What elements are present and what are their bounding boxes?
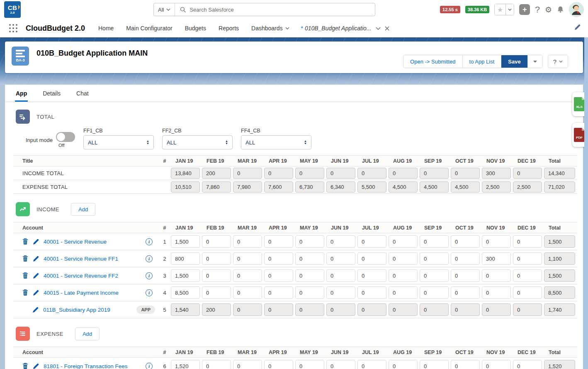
- expense-add-button[interactable]: Add: [75, 327, 100, 340]
- month-value-cell[interactable]: [326, 235, 355, 248]
- open-submitted-button[interactable]: Open -> Submitted: [403, 55, 462, 68]
- month-value-cell[interactable]: [389, 269, 418, 282]
- month-value-cell[interactable]: [420, 360, 449, 369]
- month-value-cell[interactable]: [357, 360, 386, 369]
- active-record-tab[interactable]: * 010B_Budget Applicatio...: [301, 25, 389, 32]
- month-value-cell[interactable]: [326, 360, 355, 369]
- month-value-cell[interactable]: [482, 235, 511, 248]
- add-global-button[interactable]: +: [519, 4, 530, 15]
- input-mode-toggle[interactable]: [56, 132, 75, 142]
- info-icon[interactable]: i: [146, 272, 153, 279]
- month-value-cell[interactable]: [389, 286, 418, 299]
- month-value-cell[interactable]: [326, 252, 355, 265]
- month-value-cell[interactable]: [420, 235, 449, 248]
- account-link[interactable]: 40001 - Service Revenue: [44, 239, 107, 245]
- month-value-cell[interactable]: [171, 286, 200, 299]
- edit-icon[interactable]: [33, 256, 39, 262]
- month-value-cell[interactable]: [264, 286, 293, 299]
- info-icon[interactable]: i: [146, 238, 153, 245]
- save-button[interactable]: Save: [501, 55, 527, 68]
- edit-icon[interactable]: [33, 290, 39, 296]
- month-value-cell[interactable]: [295, 235, 324, 248]
- to-app-list-button[interactable]: to App List: [463, 55, 502, 68]
- month-value-cell[interactable]: [451, 269, 480, 282]
- month-value-cell[interactable]: [295, 360, 324, 369]
- month-value-cell[interactable]: [264, 252, 293, 265]
- month-value-cell[interactable]: [233, 269, 262, 282]
- account-link[interactable]: 40015 - Late Payment Income: [44, 290, 119, 296]
- delete-icon[interactable]: [22, 289, 28, 296]
- delete-icon[interactable]: [22, 255, 28, 262]
- save-more-dropdown-button[interactable]: [528, 55, 542, 68]
- month-value-cell[interactable]: [513, 360, 542, 369]
- month-value-cell[interactable]: [264, 235, 293, 248]
- delete-icon[interactable]: [22, 238, 28, 245]
- edit-icon[interactable]: [33, 273, 39, 279]
- account-link[interactable]: 40001 - Service Revenue FF1: [44, 256, 118, 262]
- account-link[interactable]: 40001 - Service Revenue FF2: [44, 273, 118, 279]
- nav-item-reports[interactable]: Reports: [219, 25, 239, 32]
- month-value-cell[interactable]: [451, 286, 480, 299]
- month-value-cell[interactable]: [202, 252, 231, 265]
- account-link[interactable]: 81801 - Foreign Transaction Fees: [44, 363, 128, 369]
- month-value-cell[interactable]: [482, 286, 511, 299]
- month-value-cell[interactable]: [420, 269, 449, 282]
- delete-icon[interactable]: [22, 272, 28, 279]
- edit-icon[interactable]: [33, 363, 39, 369]
- income-add-button[interactable]: Add: [71, 203, 95, 216]
- month-value-cell[interactable]: [202, 360, 231, 369]
- filter-ff2-select[interactable]: ALL ▲▼: [162, 135, 233, 149]
- month-value-cell[interactable]: [171, 252, 200, 265]
- tab-details[interactable]: Details: [42, 90, 61, 102]
- month-value-cell[interactable]: [357, 269, 386, 282]
- month-value-cell[interactable]: [202, 235, 231, 248]
- month-value-cell[interactable]: [171, 269, 200, 282]
- nav-item-dashboards[interactable]: Dashboards: [251, 25, 289, 32]
- favorite-star-button[interactable]: ★: [495, 4, 505, 15]
- month-value-cell[interactable]: [171, 360, 200, 369]
- month-value-cell[interactable]: [233, 235, 262, 248]
- delete-icon[interactable]: [22, 363, 28, 369]
- help-icon[interactable]: ?: [535, 5, 540, 15]
- month-value-cell[interactable]: [295, 252, 324, 265]
- month-value-cell[interactable]: [389, 252, 418, 265]
- month-value-cell[interactable]: [513, 235, 542, 248]
- month-value-cell[interactable]: [513, 269, 542, 282]
- month-value-cell[interactable]: [233, 286, 262, 299]
- vertical-scrollbar[interactable]: [584, 37, 588, 369]
- month-value-cell[interactable]: [295, 269, 324, 282]
- month-value-cell[interactable]: [389, 235, 418, 248]
- month-value-cell[interactable]: [420, 252, 449, 265]
- info-icon[interactable]: i: [146, 255, 153, 262]
- month-value-cell[interactable]: [451, 360, 480, 369]
- month-value-cell[interactable]: [451, 252, 480, 265]
- month-value-cell[interactable]: [233, 252, 262, 265]
- month-value-cell[interactable]: [326, 269, 355, 282]
- nav-item-home[interactable]: Home: [98, 25, 114, 32]
- info-icon[interactable]: i: [146, 289, 153, 296]
- month-value-cell[interactable]: [513, 252, 542, 265]
- filter-ff4-select[interactable]: ALL ▲▼: [241, 135, 311, 149]
- month-value-cell[interactable]: [233, 360, 262, 369]
- user-avatar[interactable]: [569, 2, 584, 17]
- month-value-cell[interactable]: [357, 286, 386, 299]
- month-value-cell[interactable]: [357, 252, 386, 265]
- chevron-down-icon[interactable]: [376, 27, 381, 30]
- month-value-cell[interactable]: [202, 269, 231, 282]
- month-value-cell[interactable]: [326, 286, 355, 299]
- search-input[interactable]: [190, 7, 375, 13]
- tab-app[interactable]: App: [15, 90, 28, 102]
- month-value-cell[interactable]: [264, 269, 293, 282]
- month-value-cell[interactable]: [202, 286, 231, 299]
- close-tab-icon[interactable]: [385, 26, 389, 31]
- month-value-cell[interactable]: [482, 269, 511, 282]
- month-value-cell[interactable]: [513, 286, 542, 299]
- edit-icon[interactable]: [32, 307, 39, 313]
- month-value-cell[interactable]: [482, 360, 511, 369]
- setup-gear-icon[interactable]: ⚙: [545, 5, 552, 15]
- edit-icon[interactable]: [33, 239, 39, 245]
- nav-item-budgets[interactable]: Budgets: [185, 25, 206, 32]
- month-value-cell[interactable]: [357, 235, 386, 248]
- tab-chat[interactable]: Chat: [75, 90, 90, 102]
- filter-ff1-select[interactable]: ALL ▲▼: [83, 135, 154, 149]
